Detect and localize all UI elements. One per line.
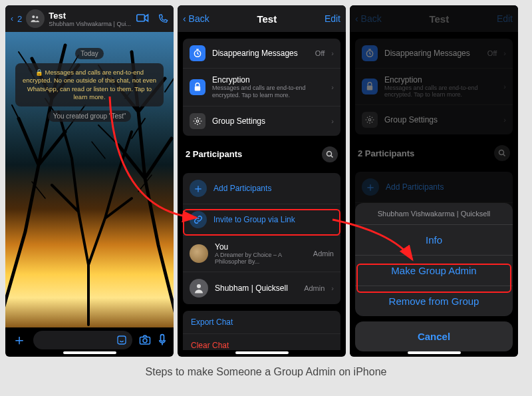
- camera-icon[interactable]: [139, 334, 151, 346]
- phone-chat: ‹ 2 Test Shubham Vishwakarma | Qui... To…: [5, 5, 174, 357]
- svg-point-11: [197, 284, 201, 288]
- chat-header: ‹ 2 Test Shubham Vishwakarma | Qui...: [5, 5, 174, 32]
- input-bar: ＋: [5, 327, 174, 353]
- people-icon: [30, 13, 41, 24]
- encryption-sub: Messages and calls are end-to-end encryp…: [212, 85, 325, 99]
- section-participants: ＋ Add Participants Invite to Group via L…: [183, 173, 340, 304]
- row-group-settings[interactable]: Group Settings ›: [183, 106, 340, 136]
- disappearing-value: Off: [315, 49, 325, 57]
- sheet-info[interactable]: Info: [355, 225, 513, 256]
- home-indicator: [63, 351, 116, 354]
- chat-wallpaper: Today 🔒 Messages and calls are end-to-en…: [5, 32, 174, 327]
- search-icon[interactable]: [322, 146, 338, 162]
- info-scroll[interactable]: Disappearing Messages Off › Encryption M…: [178, 32, 346, 350]
- encryption-banner[interactable]: 🔒 Messages and calls are end-to-end encr…: [15, 63, 164, 106]
- svg-rect-6: [161, 335, 164, 341]
- phone-groupinfo: ‹ Back Test Edit Disappearing Messages O…: [178, 5, 346, 357]
- chat-subtitle: Shubham Vishwakarma | Qui...: [49, 21, 132, 27]
- message-input[interactable]: [33, 331, 132, 349]
- sheet-title: Shubham Vishwakarma | Quicksell: [355, 203, 513, 225]
- section-settings: Disappearing Messages Off › Encryption M…: [183, 39, 340, 136]
- row-add-participants[interactable]: ＋ Add Participants: [183, 173, 340, 204]
- section-chat-actions: Export Chat Clear Chat: [183, 311, 340, 350]
- encryption-label: Encryption: [212, 75, 325, 85]
- chevron-right-icon: ›: [331, 83, 334, 91]
- svg-point-0: [33, 15, 35, 18]
- back-chevron-icon[interactable]: ‹: [11, 14, 13, 23]
- link-icon: [190, 211, 207, 228]
- person-icon: [193, 282, 205, 294]
- row-disappearing[interactable]: Disappearing Messages Off ›: [183, 39, 340, 69]
- row-participant-shubham[interactable]: Shubham | Quicksell Admin ›: [183, 272, 340, 304]
- group-settings-label: Group Settings: [212, 116, 325, 126]
- chat-title: Test: [49, 11, 132, 21]
- svg-rect-2: [137, 15, 145, 21]
- back-count[interactable]: 2: [17, 14, 22, 24]
- admin-badge: Admin: [313, 250, 334, 258]
- info-header: ‹ Back Test Edit: [178, 5, 346, 32]
- avatar-shubham: [190, 279, 208, 297]
- chevron-right-icon: ›: [331, 117, 334, 125]
- phone-actionsheet: ‹ Back Test Edit Disappearing Messages O…: [350, 5, 518, 357]
- chevron-right-icon: ›: [331, 284, 334, 292]
- disappearing-label: Disappearing Messages: [212, 49, 309, 58]
- created-chip: You created group "Test": [48, 110, 132, 122]
- add-label: Add Participants: [213, 184, 271, 193]
- svg-point-5: [143, 339, 147, 343]
- lock-icon: 🔒: [35, 69, 45, 76]
- you-label: You: [215, 242, 307, 252]
- lock-icon: [190, 79, 205, 95]
- plus-icon: ＋: [190, 180, 207, 197]
- action-sheet: Shubham Vishwakarma | Quicksell Info Mak…: [355, 203, 513, 351]
- svg-rect-3: [118, 336, 126, 344]
- invite-label: Invite to Group via Link: [213, 215, 295, 224]
- phone-icon[interactable]: [158, 13, 168, 24]
- edit-button[interactable]: Edit: [325, 13, 340, 24]
- plus-icon[interactable]: ＋: [12, 330, 27, 350]
- chevron-right-icon: ›: [331, 49, 334, 57]
- svg-rect-8: [195, 86, 200, 91]
- mic-icon[interactable]: [158, 333, 167, 347]
- sheet-remove[interactable]: Remove from Group: [355, 286, 513, 316]
- svg-point-1: [36, 16, 38, 18]
- row-participant-you[interactable]: You A Dreamer by Choice – A Philosopher …: [183, 236, 340, 272]
- video-icon[interactable]: [136, 13, 150, 23]
- sheet-cancel[interactable]: Cancel: [355, 321, 513, 351]
- admin-badge: Admin: [304, 284, 325, 292]
- row-export[interactable]: Export Chat: [183, 311, 340, 334]
- date-chip: Today: [75, 48, 104, 59]
- svg-point-9: [196, 120, 199, 122]
- gear-icon: [190, 113, 205, 129]
- caption: Steps to make Someone a Group Admin on i…: [0, 366, 532, 378]
- avatar-you: [190, 244, 208, 263]
- svg-point-10: [327, 151, 332, 156]
- row-clear[interactable]: Clear Chat: [183, 334, 340, 350]
- participants-header: 2 Participants: [178, 142, 346, 166]
- sticker-icon[interactable]: [116, 335, 127, 345]
- back-button[interactable]: ‹ Back: [183, 13, 209, 24]
- home-indicator: [235, 351, 289, 354]
- chat-title-block[interactable]: Test Shubham Vishwakarma | Qui...: [49, 11, 132, 27]
- home-indicator: [408, 351, 461, 354]
- row-invite-link[interactable]: Invite to Group via Link: [183, 204, 340, 236]
- you-sub: A Dreamer by Choice – A Philosopher By..…: [215, 252, 307, 265]
- timer-icon: [190, 45, 205, 61]
- group-avatar[interactable]: [26, 9, 45, 28]
- member2-label: Shubham | Quicksell: [215, 284, 297, 293]
- row-encryption[interactable]: Encryption Messages and calls are end-to…: [183, 69, 340, 106]
- sheet-make-admin[interactable]: Make Group Admin: [355, 256, 513, 286]
- info-title: Test: [213, 13, 321, 25]
